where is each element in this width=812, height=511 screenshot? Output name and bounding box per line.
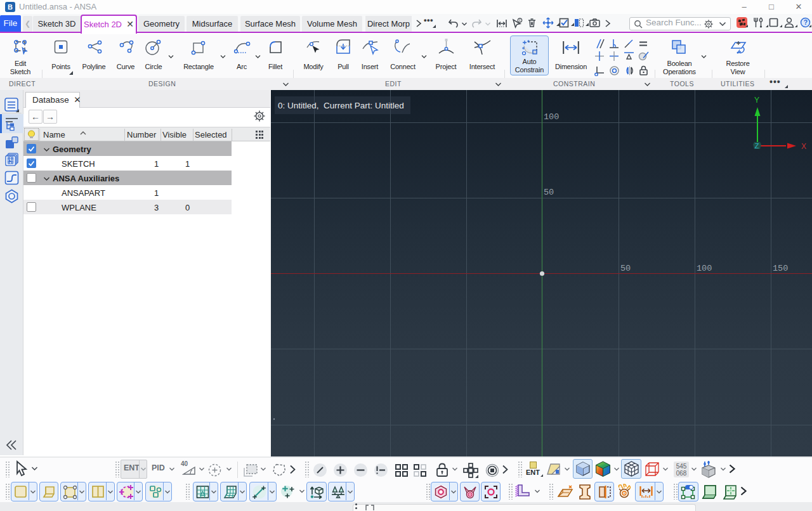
svg-text:100: 100 [544, 112, 559, 122]
svg-text:Z: Z [755, 142, 759, 150]
svg-text:50: 50 [620, 264, 631, 273]
svg-text:X: X [801, 142, 806, 151]
svg-text:0: Untitled, Current Part: Un: 0: Untitled, Current Part: Untitled [278, 101, 404, 110]
svg-text:150: 150 [773, 264, 788, 273]
svg-text:?: ? [804, 18, 808, 26]
svg-text:Y: Y [754, 96, 759, 105]
svg-text:50: 50 [544, 188, 554, 197]
svg-text:100: 100 [697, 264, 712, 273]
